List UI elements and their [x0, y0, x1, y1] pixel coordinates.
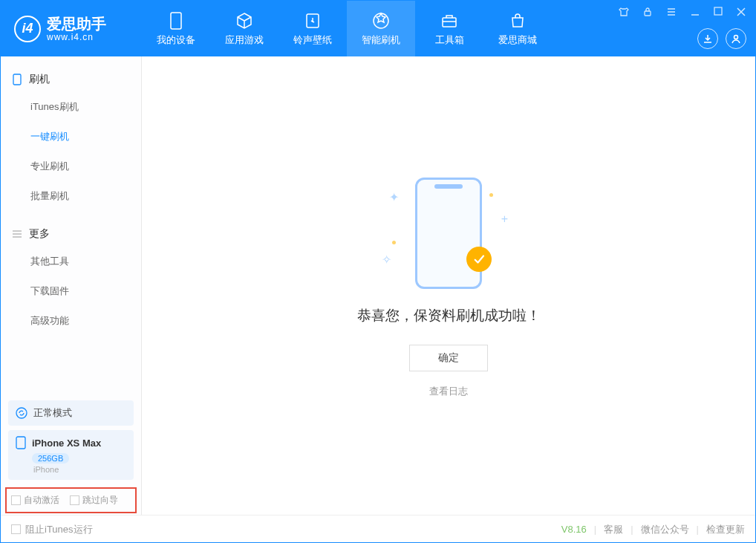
store-icon [509, 11, 526, 30]
phone-icon [415, 178, 482, 289]
update-link[interactable]: 检查更新 [706, 523, 745, 536]
checkbox-block-itunes[interactable]: 阻止iTunes运行 [11, 523, 93, 536]
sidebar-item-oneclick[interactable]: 一键刷机 [1, 122, 141, 152]
close-button[interactable] [733, 5, 749, 21]
app-header: i4 爱思助手 www.i4.cn 我的设备 应用游戏 铃声壁纸 智能刷机 工具… [1, 1, 755, 56]
device-info[interactable]: iPhone XS Max 256GB iPhone [8, 430, 134, 480]
lock-icon[interactable] [639, 5, 656, 21]
logo-text: 爱思助手 www.i4.cn [47, 16, 106, 42]
separator: | [697, 524, 699, 535]
checkbox-icon [11, 524, 21, 534]
toolbox-icon [440, 11, 458, 30]
header-actions [697, 28, 746, 49]
sidebar-header-flash: 刷机 [1, 67, 141, 92]
nav-tabs: 我的设备 应用游戏 铃声壁纸 智能刷机 工具箱 爱思商城 [142, 1, 552, 56]
menu-icon[interactable] [663, 5, 680, 21]
nav-tab-apps[interactable]: 应用游戏 [210, 1, 278, 56]
svg-point-6 [734, 36, 738, 39]
svg-point-2 [374, 13, 388, 28]
nav-label: 铃声壁纸 [293, 33, 332, 47]
checkbox-icon [70, 495, 79, 505]
device-mode[interactable]: 正常模式 [8, 400, 134, 426]
checkbox-label: 阻止iTunes运行 [25, 523, 93, 536]
sidebar-section-flash: 刷机 iTunes刷机 一键刷机 专业刷机 批量刷机 [1, 56, 141, 211]
spacer [1, 336, 141, 396]
options-row: 自动激活 跳过向导 [5, 487, 137, 513]
status-bar: 阻止iTunes运行 V8.16 | 客服 | 微信公众号 | 检查更新 [1, 515, 755, 543]
minimize-button[interactable] [687, 5, 703, 21]
checkbox-auto-activate[interactable]: 自动激活 [11, 494, 59, 507]
nav-tab-store[interactable]: 爱思商城 [483, 1, 552, 56]
separator: | [630, 524, 633, 535]
svg-point-8 [16, 408, 27, 418]
svg-rect-3 [443, 18, 456, 27]
version-label: V8.16 [561, 524, 587, 535]
nav-tab-tools[interactable]: 工具箱 [415, 1, 483, 56]
nav-label: 智能刷机 [362, 33, 400, 47]
wechat-link[interactable]: 微信公众号 [641, 523, 689, 536]
device-name: iPhone XS Max [32, 438, 101, 449]
device-capacity: 256GB [32, 453, 69, 464]
user-button[interactable] [726, 28, 746, 49]
nav-label: 应用游戏 [225, 33, 264, 47]
support-link[interactable]: 客服 [604, 523, 623, 536]
checkbox-skip-guide[interactable]: 跳过向导 [70, 494, 118, 507]
main-content: ✦ ✧ + 恭喜您，保资料刷机成功啦！ 确定 查看日志 [142, 56, 755, 515]
success-badge-icon [466, 247, 492, 272]
app-name: 爱思助手 [47, 16, 106, 32]
device-icon [16, 436, 26, 449]
nav-label: 爱思商城 [498, 33, 537, 47]
logo-icon: i4 [14, 16, 41, 42]
nav-label: 我的设备 [157, 33, 195, 47]
device-icon [169, 11, 183, 30]
svg-rect-0 [171, 13, 181, 29]
svg-rect-7 [13, 74, 21, 85]
ok-button[interactable]: 确定 [409, 345, 488, 371]
cube-icon [235, 11, 253, 30]
sidebar-item-firmware[interactable]: 下载固件 [1, 276, 141, 306]
success-illustration: ✦ ✧ + [359, 174, 538, 293]
flash-icon [372, 11, 390, 30]
nav-tab-flash[interactable]: 智能刷机 [347, 1, 415, 56]
sparkle-icon: ✦ [389, 190, 399, 204]
sidebar-section-more: 更多 其他工具 下载固件 高级功能 [1, 211, 141, 336]
dot-icon [489, 193, 493, 197]
sparkle-icon: ✧ [382, 253, 391, 267]
separator: | [594, 524, 596, 535]
titlebar-controls [616, 5, 749, 21]
sync-icon [16, 407, 27, 419]
sidebar-section-title: 更多 [29, 227, 50, 241]
sidebar-item-batch[interactable]: 批量刷机 [1, 181, 141, 211]
sidebar-item-itunes[interactable]: iTunes刷机 [1, 92, 141, 122]
nav-label: 工具箱 [435, 33, 464, 47]
app-url: www.i4.cn [47, 32, 106, 42]
tshirt-icon[interactable] [616, 5, 632, 21]
app-body: 刷机 iTunes刷机 一键刷机 专业刷机 批量刷机 更多 其他工具 下载固件 … [1, 56, 755, 515]
device-type: iPhone [33, 465, 126, 474]
phone-icon [11, 74, 23, 85]
nav-tab-device[interactable]: 我的设备 [142, 1, 210, 56]
sidebar: 刷机 iTunes刷机 一键刷机 专业刷机 批量刷机 更多 其他工具 下载固件 … [1, 56, 142, 515]
svg-rect-4 [645, 11, 651, 16]
sparkle-icon: + [501, 212, 508, 226]
checkbox-label: 跳过向导 [82, 494, 118, 507]
checkbox-icon [11, 495, 21, 505]
download-button[interactable] [697, 28, 718, 49]
logo-area: i4 爱思助手 www.i4.cn [1, 16, 142, 42]
svg-rect-5 [714, 7, 722, 15]
nav-tab-media[interactable]: 铃声壁纸 [278, 1, 347, 56]
sidebar-header-more: 更多 [1, 221, 141, 247]
device-mode-label: 正常模式 [33, 406, 72, 420]
svg-rect-9 [16, 437, 25, 449]
sidebar-item-other[interactable]: 其他工具 [1, 247, 141, 276]
maximize-button[interactable] [711, 5, 726, 21]
view-log-link[interactable]: 查看日志 [429, 385, 468, 398]
dot-icon [392, 241, 396, 244]
list-icon [11, 230, 23, 238]
sidebar-item-pro[interactable]: 专业刷机 [1, 152, 141, 181]
sidebar-item-advanced[interactable]: 高级功能 [1, 306, 141, 336]
media-icon [304, 11, 321, 30]
checkbox-label: 自动激活 [24, 494, 59, 507]
device-panel: 正常模式 iPhone XS Max 256GB iPhone [1, 396, 141, 487]
sidebar-section-title: 刷机 [29, 73, 50, 86]
